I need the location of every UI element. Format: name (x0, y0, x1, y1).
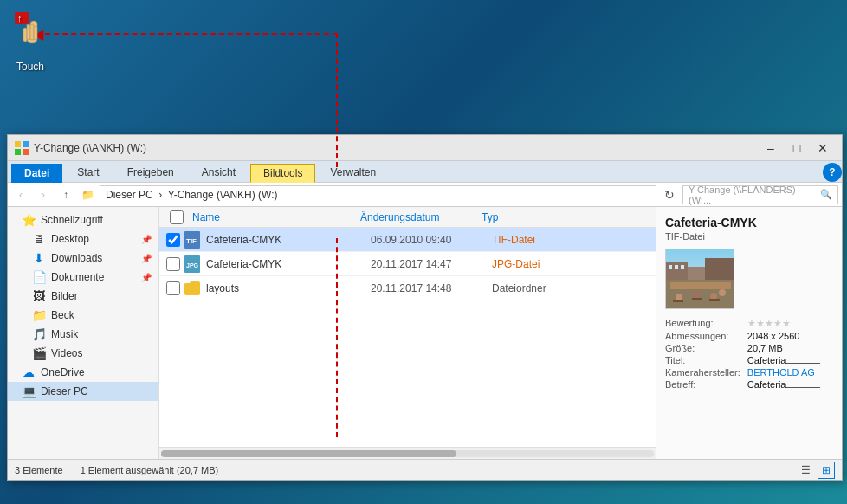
file-row-2[interactable]: layouts 20.11.2017 14:48 Dateiordner (159, 276, 656, 300)
tab-freigeben[interactable]: Freigeben (114, 163, 187, 182)
file-icon-folder (184, 280, 201, 297)
meta-value-bewertung: ★★★★★ (747, 318, 833, 329)
sidebar-item-dieser-pc[interactable]: 💻 Dieser PC (8, 382, 158, 401)
help-button[interactable]: ? (823, 163, 842, 182)
sidebar-item-musik[interactable]: 🎵 Musik (8, 325, 158, 344)
status-count: 3 Elemente (15, 465, 63, 475)
up-button[interactable]: ↑ (56, 185, 75, 204)
file-type-1: JPG-Datei (492, 258, 579, 270)
list-view-button[interactable]: ⊞ (818, 462, 835, 479)
meta-value-betreff: Cafeteria (747, 379, 833, 390)
sidebar-item-onedrive[interactable]: ☁ OneDrive (8, 363, 158, 382)
tab-start[interactable]: Start (64, 163, 112, 182)
svg-rect-19 (675, 265, 678, 269)
file-date-0: 06.09.2010 09:40 (371, 234, 492, 246)
file-row-1[interactable]: JPG Cafeteria-CMYK 20.11.2017 14:47 JPG-… (159, 252, 656, 276)
sidebar-item-dokumente[interactable]: 📄 Dokumente 📌 (8, 268, 158, 287)
maximize-button[interactable]: □ (785, 138, 809, 158)
meta-label-groesse: Größe: (665, 343, 740, 353)
file-list-area: Name Änderungsdatum Typ (159, 207, 656, 459)
sidebar-item-schnellzugriff[interactable]: ⭐ Schnellzugriff (8, 210, 158, 229)
file-name-1: Cafeteria-CMYK (206, 258, 371, 270)
meta-label-betreff: Betreff: (665, 379, 740, 390)
sidebar-label-musik: Musik (51, 328, 78, 340)
sidebar-label-downloads: Downloads (51, 252, 102, 264)
close-button[interactable]: ✕ (811, 138, 835, 158)
svg-point-24 (693, 291, 700, 298)
main-area: ⭐ Schnellzugriff 🖥 Desktop 📌 ⬇ Downloads… (8, 207, 842, 459)
svg-rect-27 (673, 300, 683, 302)
view-controls: ☰ ⊞ (797, 462, 835, 479)
back-button[interactable]: ‹ (11, 185, 30, 204)
sidebar: ⭐ Schnellzugriff 🖥 Desktop 📌 ⬇ Downloads… (8, 207, 159, 459)
forward-button[interactable]: › (34, 185, 53, 204)
svg-rect-3 (27, 24, 30, 40)
ribbon-tabs: Datei Start Freigeben Ansicht Bildtools … (8, 161, 842, 182)
svg-rect-2 (23, 28, 27, 42)
downloads-icon: ⬇ (32, 251, 46, 265)
ribbon: Datei Start Freigeben Ansicht Bildtools … (8, 161, 842, 183)
sidebar-label-desktop: Desktop (51, 233, 89, 245)
title-bar-title: Y-Change (\\ANKH) (W:) (34, 142, 759, 154)
beck-icon: 📁 (32, 308, 46, 322)
file-list: TIF Cafeteria-CMYK 06.09.2010 09:40 TIF-… (159, 228, 656, 447)
desktop-icon: 🖥 (32, 232, 46, 246)
svg-rect-5 (34, 26, 37, 40)
file-checkbox-0[interactable] (166, 233, 180, 247)
musik-icon: 🎵 (32, 327, 46, 341)
file-row-0[interactable]: TIF Cafeteria-CMYK 06.09.2010 09:40 TIF-… (159, 228, 656, 252)
sidebar-label-videos: Videos (51, 347, 82, 359)
sidebar-item-videos[interactable]: 🎬 Videos (8, 344, 158, 363)
svg-rect-20 (681, 265, 684, 269)
svg-point-23 (676, 294, 682, 300)
details-view-button[interactable]: ☰ (797, 462, 814, 479)
file-icon-tif: TIF (184, 231, 201, 249)
svg-rect-28 (692, 298, 702, 300)
onedrive-icon: ☁ (22, 365, 36, 379)
column-type-label: Typ (482, 211, 498, 223)
minimize-button[interactable]: – (759, 138, 783, 158)
address-bar: ‹ › ↑ 📁 Dieser PC › Y-Change (\ANKH) (W:… (8, 183, 842, 207)
touch-icon[interactable]: ↑ Touch (13, 9, 48, 73)
file-date-2: 20.11.2017 14:48 (371, 282, 492, 294)
sidebar-item-desktop[interactable]: 🖥 Desktop 📌 (8, 229, 158, 249)
column-date[interactable]: Änderungsdatum (357, 211, 478, 223)
svg-point-26 (719, 289, 726, 296)
svg-rect-6 (15, 141, 21, 147)
column-name[interactable]: Name (166, 210, 357, 224)
tab-bildtools[interactable]: Bildtools (250, 164, 315, 183)
file-icon-jpg: JPG (184, 255, 201, 273)
svg-rect-9 (23, 149, 29, 155)
file-checkbox-2[interactable] (166, 281, 180, 295)
desktop: ↑ Touch ◀ Y- (0, 0, 847, 504)
column-type[interactable]: Typ (478, 211, 565, 223)
sidebar-item-downloads[interactable]: ⬇ Downloads 📌 (8, 249, 158, 268)
tab-verwalten[interactable]: Verwalten (317, 163, 389, 182)
sidebar-item-beck[interactable]: 📁 Beck (8, 306, 158, 325)
meta-label-titel: Titel: (665, 355, 740, 365)
select-all-checkbox[interactable] (170, 210, 184, 224)
file-checkbox-1[interactable] (166, 257, 180, 271)
address-path[interactable]: Dieser PC › Y-Change (\ANKH) (W:) (100, 185, 656, 204)
status-selected: 1 Element ausgewählt (20,7 MB) (81, 465, 219, 475)
sidebar-label-beck: Beck (51, 309, 74, 321)
pin-icon-dokumente: 📌 (141, 273, 152, 282)
svg-point-25 (710, 293, 717, 300)
file-name-0: Cafeteria-CMYK (206, 234, 371, 246)
preview-panel: Cafeteria-CMYK TIF-Datei (656, 207, 842, 459)
tab-ansicht[interactable]: Ansicht (189, 163, 249, 182)
svg-text:TIF: TIF (186, 237, 197, 245)
preview-title: Cafeteria-CMYK (665, 216, 833, 229)
schnellzugriff-icon: ⭐ (22, 213, 36, 227)
search-box[interactable]: Y-Change (\\FLANDERS) (W:... 🔍 (682, 185, 838, 204)
horizontal-scrollbar[interactable] (159, 447, 656, 459)
dieser-pc-icon: 💻 (22, 384, 36, 398)
pin-icon: 📌 (141, 235, 152, 244)
tab-datei[interactable]: Datei (11, 164, 62, 183)
dokumente-icon: 📄 (32, 270, 46, 284)
sidebar-item-bilder[interactable]: 🖼 Bilder (8, 287, 158, 306)
column-name-label: Name (192, 211, 220, 223)
refresh-button[interactable]: ↻ (660, 185, 679, 204)
touch-label: Touch (16, 61, 44, 73)
svg-rect-22 (670, 282, 731, 289)
